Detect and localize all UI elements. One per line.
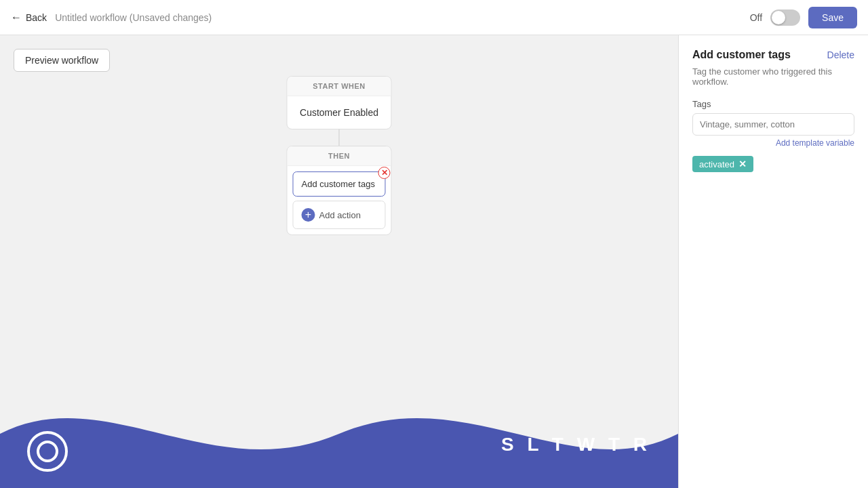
- add-template-variable-link[interactable]: Add template variable: [692, 138, 854, 148]
- toggle-label: Off: [750, 12, 762, 23]
- toggle-thumb: [772, 11, 785, 24]
- delete-link[interactable]: Delete: [827, 49, 854, 60]
- preview-workflow-button[interactable]: Preview workflow: [14, 49, 110, 72]
- action-card-label: Add customer tags: [302, 179, 375, 189]
- connector-line: [339, 129, 340, 146]
- back-arrow-icon: ←: [11, 12, 22, 24]
- remove-action-button[interactable]: ✕: [378, 167, 391, 179]
- plus-icon: +: [302, 208, 315, 222]
- main-area: Preview workflow START WHEN Customer Ena…: [0, 35, 868, 488]
- header-left: ← Back Untitled workflow (Unsaved change…: [11, 12, 212, 24]
- footer-brand: S L T W T R: [501, 434, 651, 455]
- then-header: THEN: [288, 146, 391, 166]
- tags-input[interactable]: [692, 113, 854, 136]
- action-card[interactable]: ✕ Add customer tags: [293, 171, 386, 197]
- header-right: Off Save: [750, 7, 857, 28]
- save-button[interactable]: Save: [808, 7, 857, 28]
- panel-title: Add customer tags: [692, 49, 791, 61]
- then-node: THEN ✕ Add customer tags + Add action: [287, 146, 392, 235]
- add-action-button[interactable]: + Add action: [293, 201, 386, 229]
- workflow-title: Untitled workflow (Unsaved changes): [55, 12, 212, 23]
- back-button[interactable]: ← Back: [11, 12, 47, 24]
- footer-logo: [27, 431, 68, 472]
- tag-chip-remove-button[interactable]: ✕: [738, 159, 747, 169]
- workflow-area: START WHEN Customer Enabled THEN ✕ Add c…: [287, 76, 392, 235]
- header: ← Back Untitled workflow (Unsaved change…: [0, 0, 868, 35]
- tag-chip-label: activated: [699, 159, 734, 169]
- logo-icon: [27, 431, 68, 472]
- right-panel: Add customer tags Delete Tag the custome…: [678, 35, 868, 488]
- then-body: ✕ Add customer tags + Add action: [288, 166, 391, 235]
- panel-subtitle: Tag the customer who triggered this work…: [692, 66, 854, 87]
- tags-label: Tags: [692, 99, 854, 109]
- tag-chip: activated ✕: [692, 156, 753, 172]
- toggle-switch[interactable]: [770, 9, 800, 26]
- back-label: Back: [26, 12, 47, 23]
- trigger-label[interactable]: Customer Enabled: [288, 96, 391, 129]
- logo-inner: [37, 441, 58, 462]
- start-when-node: START WHEN Customer Enabled: [287, 76, 392, 129]
- add-action-label: Add action: [319, 210, 361, 220]
- panel-header: Add customer tags Delete: [692, 49, 854, 61]
- start-when-header: START WHEN: [288, 77, 391, 96]
- canvas: Preview workflow START WHEN Customer Ena…: [0, 35, 678, 488]
